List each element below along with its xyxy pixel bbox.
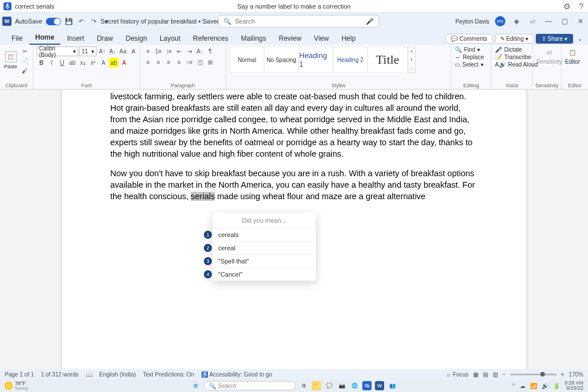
edge-icon[interactable]: 🌐 (350, 381, 359, 390)
copy-icon[interactable]: 📄 (20, 56, 29, 65)
tab-mailings[interactable]: Mailings (235, 32, 272, 45)
text-effects-icon[interactable]: A (99, 58, 108, 67)
tab-references[interactable]: References (187, 32, 234, 45)
style-normal[interactable]: Normal (230, 46, 264, 73)
read-aloud-button[interactable]: A🔊 Read Aloud (495, 61, 537, 68)
word-taskbar-icon[interactable]: W (375, 381, 384, 390)
italic-icon[interactable]: I (47, 58, 56, 67)
tray-chevron-icon[interactable]: ˄ (512, 383, 515, 389)
document-area[interactable]: history. When humanity switched from a h… (0, 90, 588, 369)
borders-icon[interactable]: ⊞ (206, 57, 215, 67)
styles-scroll[interactable]: ▴▾⌄ (408, 46, 416, 73)
font-size-selector[interactable]: 11▾ (79, 46, 96, 56)
view-print-icon[interactable]: ▦ (473, 371, 478, 378)
highlighted-word[interactable]: serials (191, 192, 215, 201)
highlight-icon[interactable]: ab (109, 58, 118, 67)
tray-wifi-icon[interactable]: 📶 (530, 383, 537, 389)
decrease-indent-icon[interactable]: ⇤ (175, 46, 184, 56)
weather-icon[interactable] (5, 382, 13, 390)
taskbar-search[interactable]: 🔍Search (204, 381, 296, 390)
superscript-icon[interactable]: x² (88, 58, 98, 67)
mic-icon[interactable] (3, 2, 11, 10)
search-input[interactable]: 🔍 Search 🎤 (218, 15, 379, 28)
start-icon[interactable]: ⊞ (191, 381, 200, 390)
status-page[interactable]: Page 1 of 1 (5, 371, 34, 378)
correction-option-3[interactable]: 3"Spell that" (212, 255, 316, 268)
view-read-icon[interactable]: ▤ (483, 371, 488, 378)
align-center-icon[interactable]: ≡ (154, 57, 163, 67)
tab-home[interactable]: Home (29, 31, 60, 45)
tray-battery-icon[interactable]: 🔋 (553, 383, 560, 389)
bold-icon[interactable]: B (37, 58, 46, 67)
correction-option-1[interactable]: 1cereals (212, 228, 316, 242)
task-view-icon[interactable]: ⧉ (299, 381, 308, 390)
document-title[interactable]: Secret history of popular breakfast • Sa… (100, 18, 226, 25)
transcribe-button[interactable]: 📝 Transcribe (495, 54, 537, 60)
bullets-icon[interactable]: ≡ (144, 46, 153, 56)
align-right-icon[interactable]: ≡ (164, 57, 173, 67)
chat-icon[interactable]: 💬 (324, 381, 334, 390)
sensitivity-button[interactable]: 🏷Sensitivity (536, 46, 562, 65)
focus-mode-button[interactable]: ☼ Focus (446, 371, 469, 378)
tab-file[interactable]: File (6, 32, 28, 45)
font-color-icon[interactable]: A (119, 58, 129, 67)
sort-icon[interactable]: A↓ (195, 46, 204, 56)
search-mic-icon[interactable]: 🎤 (366, 18, 374, 25)
status-language[interactable]: English (India) (99, 371, 136, 378)
numbering-icon[interactable]: 1≡ (154, 46, 163, 56)
share-button[interactable]: ⇪ Share ▾ (536, 34, 573, 44)
people-icon[interactable]: 👥 (388, 381, 397, 390)
zoom-out-icon[interactable]: − (502, 371, 506, 378)
status-predictions[interactable]: Text Predictions: On (143, 371, 194, 378)
strikethrough-icon[interactable]: ab (68, 58, 77, 67)
tab-insert[interactable]: Insert (61, 32, 90, 45)
tray-onedrive-icon[interactable]: ☁ (520, 383, 525, 389)
align-left-icon[interactable]: ≡ (144, 57, 153, 67)
save-icon[interactable]: 💾 (64, 17, 74, 26)
subscript-icon[interactable]: x₂ (78, 58, 87, 67)
account-name[interactable]: Peyton Davis (455, 18, 489, 25)
zoom-level[interactable]: 170% (568, 371, 583, 378)
coming-soon-icon[interactable]: ◈ (511, 16, 521, 26)
line-spacing-icon[interactable]: ↕≡ (185, 57, 194, 67)
style-heading1[interactable]: Heading 1 (299, 46, 333, 73)
status-words[interactable]: 1 of 312 words (41, 371, 79, 378)
increase-font-icon[interactable]: A↑ (98, 47, 107, 56)
change-case-icon[interactable]: Aa (118, 47, 127, 56)
tab-layout[interactable]: Layout (154, 32, 186, 45)
collapse-ribbon-icon[interactable]: ⌄ (575, 34, 585, 43)
correction-option-4[interactable]: 4"Cancel" (212, 268, 316, 281)
font-name-selector[interactable]: Calibri (Body)▾ (37, 46, 78, 56)
select-button[interactable]: ▭ Select ▾ (455, 61, 484, 68)
paragraph-1[interactable]: history. When humanity switched from a h… (110, 90, 478, 160)
tray-volume-icon[interactable]: 🔊 (541, 383, 548, 389)
show-marks-icon[interactable]: ¶ (206, 46, 215, 56)
clear-format-icon[interactable]: A̸ (129, 47, 138, 56)
decrease-font-icon[interactable]: A↓ (108, 47, 117, 56)
comments-button[interactable]: 💬 Comments (446, 34, 492, 44)
underline-icon[interactable]: U (57, 58, 67, 67)
styles-gallery[interactable]: Normal No Spacing Heading 1 Heading 2 Ti… (230, 46, 416, 73)
autosave-toggle[interactable] (46, 18, 61, 25)
replace-button[interactable]: ↔ Replace (455, 54, 484, 60)
style-heading2[interactable]: Heading 2 (333, 46, 368, 73)
tab-review[interactable]: Review (273, 32, 307, 45)
close-icon[interactable]: ✕ (575, 16, 586, 26)
help-icon[interactable]: ? (579, 2, 583, 11)
store-icon[interactable]: 🛍 (362, 381, 372, 390)
style-no-spacing[interactable]: No Spacing (264, 46, 299, 73)
ribbon-mode-icon[interactable]: ▱ (527, 16, 537, 26)
tab-view[interactable]: View (308, 32, 335, 45)
tray-date[interactable]: 9/15/22 (564, 386, 583, 391)
zoom-slider[interactable] (510, 374, 556, 375)
editor-button[interactable]: 📋Editor (565, 46, 580, 65)
editing-mode-button[interactable]: ✎ Editing ▾ (495, 34, 533, 44)
cut-icon[interactable]: ✂ (20, 46, 29, 56)
dictate-button[interactable]: 🎤 Dictate (495, 46, 537, 53)
status-spellcheck-icon[interactable]: 📖 (86, 371, 92, 378)
maximize-icon[interactable]: ▢ (559, 16, 570, 26)
status-accessibility[interactable]: ♿ Accessibility: Good to go (201, 371, 272, 378)
correction-option-2[interactable]: 2cereal (212, 242, 316, 255)
redo-icon[interactable]: ↷ (90, 17, 99, 26)
paragraph-2[interactable]: Now you don't have to skip breakfast bec… (110, 168, 478, 202)
